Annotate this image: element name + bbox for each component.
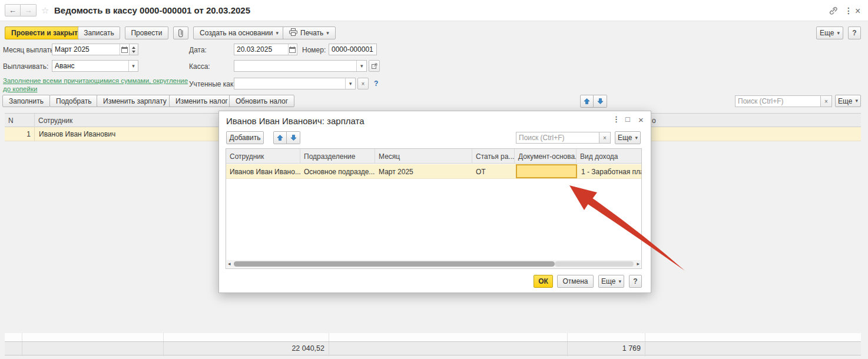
cash-input[interactable] — [234, 61, 356, 71]
scrollbar-thumb[interactable] — [234, 261, 555, 267]
pay-input[interactable] — [52, 61, 128, 71]
nav-buttons: ← → — [5, 4, 37, 16]
print-button[interactable]: Печать▾ — [283, 26, 336, 39]
change-tax-button[interactable]: Изменить налог — [169, 95, 234, 107]
dialog-table-row[interactable]: Иванов Иван Ивано... Основное подразде..… — [226, 164, 641, 179]
move-up-icon[interactable] — [580, 95, 594, 108]
cash-field-label: Касса: — [189, 62, 210, 71]
row-number: 1 — [5, 130, 31, 138]
dialog-help-button[interactable]: ? — [629, 275, 642, 288]
write-button[interactable]: Записать — [78, 26, 120, 39]
paperclip-icon[interactable] — [173, 26, 188, 39]
change-salary-button[interactable]: Изменить зарплату — [97, 95, 173, 107]
search-clear-icon[interactable]: × — [821, 95, 832, 107]
fill-button[interactable]: Заполнить — [2, 95, 50, 107]
date-field-label: Дата: — [189, 46, 207, 54]
cell-department[interactable]: Основное подразде... — [300, 164, 375, 179]
update-tax-button[interactable]: Обновить налог — [229, 95, 294, 107]
step-up-icon[interactable] — [132, 46, 135, 49]
cash-select[interactable]: ▾ — [234, 60, 367, 72]
dialog-search-input[interactable] — [516, 132, 599, 144]
date-input[interactable] — [234, 44, 288, 55]
cash-field-group: ▾ — [234, 60, 380, 72]
dialog-move-down-icon[interactable] — [287, 131, 300, 144]
create-based-on-button[interactable]: Создать на основании▾ — [193, 26, 285, 39]
dialog-close-icon[interactable]: × — [638, 115, 644, 125]
dialog-move-buttons — [273, 131, 300, 144]
dialog-search-group: × — [516, 132, 611, 144]
col-article[interactable]: Статья ра... — [472, 149, 515, 164]
cell-month[interactable]: Март 2025 — [375, 164, 472, 179]
column-header-n[interactable]: N — [5, 114, 34, 128]
col-income-type[interactable]: Вид дохода — [577, 149, 641, 164]
fill-amounts-link[interactable]: Заполнение всеми причитающимися суммами,… — [3, 77, 190, 93]
number-input[interactable] — [329, 44, 376, 55]
cell-income-type[interactable]: 1 - Заработная плат — [578, 164, 641, 179]
col-department[interactable]: Подразделение — [300, 149, 375, 164]
pick-button[interactable]: Подобрать — [49, 95, 98, 107]
dialog-more-button[interactable]: Еще▾ — [615, 131, 641, 144]
col-employee[interactable]: Сотрудник — [226, 149, 300, 164]
table-body-bottom — [5, 333, 861, 341]
window-close-icon[interactable]: × — [855, 6, 860, 16]
chevron-down-icon: ▾ — [837, 31, 840, 36]
month-input[interactable] — [52, 44, 120, 55]
chevron-down-icon[interactable]: ▾ — [345, 78, 355, 89]
chevron-down-icon: ▾ — [618, 279, 621, 284]
dialog-search-clear-icon[interactable]: × — [599, 132, 611, 144]
help-button[interactable]: ? — [848, 26, 861, 39]
dialog-title: Иванов Иван Иванович: зарплата — [226, 116, 365, 126]
row-move-buttons — [580, 95, 607, 108]
window-more-button[interactable]: Еще▾ — [816, 26, 843, 39]
open-icon[interactable] — [369, 60, 380, 72]
chevron-down-icon[interactable]: ▾ — [128, 61, 138, 71]
favorite-star-icon[interactable]: ☆ — [41, 5, 49, 16]
number-field[interactable] — [329, 44, 377, 55]
cell-article[interactable]: ОТ — [472, 164, 515, 179]
app-window: ← → ☆ Ведомость в кассу 0000-000001 от 2… — [0, 0, 868, 359]
chevron-down-icon[interactable]: ▾ — [356, 61, 366, 71]
forward-icon[interactable]: → — [21, 4, 37, 16]
post-button[interactable]: Провести — [125, 26, 168, 39]
clear-x-icon[interactable]: × — [357, 78, 369, 89]
table-footer: 22 040,52 1 769 — [5, 341, 861, 355]
cell-base-document-active[interactable] — [516, 164, 577, 178]
pay-select[interactable]: ▾ — [52, 60, 138, 72]
search-input[interactable] — [735, 95, 821, 107]
date-field[interactable] — [234, 44, 297, 55]
dialog-table: Сотрудник Подразделение Месяц Статья ра.… — [226, 148, 642, 269]
back-icon[interactable]: ← — [5, 4, 21, 16]
accounted-input[interactable] — [234, 78, 345, 89]
pay-field-label: Выплачивать: — [3, 62, 48, 71]
cell-employee[interactable]: Иванов Иван Ивано... — [226, 164, 300, 179]
calendar-icon[interactable] — [120, 44, 129, 55]
link-icon[interactable] — [828, 6, 838, 18]
window-menu-kebab-icon[interactable]: ⋮ — [844, 6, 853, 15]
dialog-maximize-icon[interactable]: □ — [625, 115, 630, 124]
step-down-icon[interactable] — [132, 51, 135, 53]
page-title: Ведомость в кассу 0000-000001 от 20.03.2… — [54, 5, 250, 15]
dialog-more2-button[interactable]: Еще▾ — [598, 275, 624, 288]
month-field-group — [52, 44, 138, 55]
month-stepper[interactable] — [130, 44, 138, 55]
scroll-right-icon[interactable]: ▸ — [637, 261, 640, 267]
add-row-button[interactable]: Добавить — [226, 131, 264, 144]
table-more-button[interactable]: Еще▾ — [835, 95, 861, 107]
dialog-move-up-icon[interactable] — [273, 131, 287, 144]
post-and-close-button[interactable]: Провести и закрыть — [5, 26, 88, 39]
accounted-select[interactable]: ▾ — [234, 78, 356, 89]
move-down-icon[interactable] — [594, 95, 607, 108]
ok-button[interactable]: ОК — [534, 275, 553, 288]
month-field-label: Месяц выплаты: — [3, 46, 57, 54]
field-help-icon[interactable]: ? — [374, 79, 378, 88]
horizontal-scrollbar[interactable]: ◂ ▸ — [227, 260, 641, 268]
col-month[interactable]: Месяц — [375, 149, 472, 164]
calendar-icon[interactable] — [288, 44, 297, 55]
dialog-kebab-icon[interactable]: ⋮ — [612, 115, 620, 124]
scroll-left-icon[interactable]: ◂ — [228, 261, 231, 267]
month-field[interactable] — [52, 44, 130, 55]
chevron-down-icon: ▾ — [276, 31, 279, 36]
col-base-document[interactable]: Документ-основа... — [515, 149, 577, 164]
cancel-button[interactable]: Отмена — [557, 275, 594, 288]
salary-dialog: Иванов Иван Иванович: зарплата ⋮ □ × Доб… — [218, 111, 651, 293]
